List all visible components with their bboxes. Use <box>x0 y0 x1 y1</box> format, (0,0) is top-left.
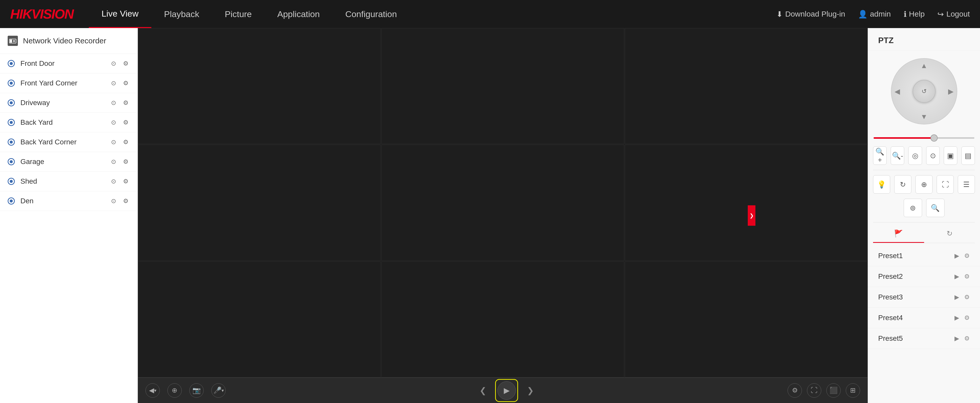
help-link[interactable]: ℹ Help <box>904 10 925 19</box>
camera-item-den[interactable]: Den ⊙ ⚙ <box>0 191 138 211</box>
preset-play-icon[interactable]: ▶ <box>955 294 959 301</box>
volume-button[interactable]: ◀ ▾ <box>145 383 160 398</box>
ptz-zoom-slider[interactable] <box>873 137 974 139</box>
nav-configuration[interactable]: Configuration <box>332 0 410 28</box>
camera-item-garage[interactable]: Garage ⊙ ⚙ <box>0 152 138 172</box>
ptz-joystick[interactable]: ▲ ▼ ◀ ▶ ↺ <box>891 58 957 124</box>
grid-button[interactable]: ⊞ <box>846 383 860 398</box>
camera-view-icon[interactable]: ⊙ <box>110 177 118 186</box>
snapshot-icon: 📷 <box>192 386 200 394</box>
ptz-down-arrow[interactable]: ▼ <box>921 113 928 121</box>
video-cell-7[interactable] <box>138 262 381 378</box>
preset-settings-icon[interactable]: ⚙ <box>964 314 970 321</box>
camera-view-icon[interactable]: ⊙ <box>110 59 118 68</box>
video-cell-5[interactable] <box>381 144 624 261</box>
next-button[interactable]: ❯ <box>523 383 538 398</box>
snapshot-button[interactable]: 📷 <box>189 383 204 398</box>
camera-settings-icon[interactable]: ⚙ <box>122 138 130 146</box>
scan-button[interactable]: ⊚ <box>904 199 922 217</box>
zoom-in-button[interactable]: 🔍+ <box>873 146 886 165</box>
zoom-out-button[interactable]: 🔍- <box>891 146 904 165</box>
user-admin[interactable]: 👤 admin <box>858 10 891 19</box>
ptz-left-arrow[interactable]: ◀ <box>894 87 900 96</box>
camera-action-icons: ⊙ ⚙ <box>110 118 130 127</box>
camera-item-shed[interactable]: Shed ⊙ ⚙ <box>0 172 138 191</box>
preset-settings-icon[interactable]: ⚙ <box>964 273 970 280</box>
preset-settings-icon[interactable]: ⚙ <box>964 252 970 259</box>
microphone-button[interactable]: 🎤 ▾ <box>211 383 226 398</box>
video-cell-1[interactable] <box>138 28 381 144</box>
camera-view-icon[interactable]: ⊙ <box>110 197 118 205</box>
camera-settings-icon[interactable]: ⚙ <box>122 158 130 166</box>
preset-play-icon[interactable]: ▶ <box>955 273 959 280</box>
menu-button[interactable]: ☰ <box>958 175 975 194</box>
camera-item-back-yard-corner[interactable]: Back Yard Corner ⊙ ⚙ <box>0 132 138 152</box>
preset-item-4[interactable]: Preset4 ▶ ⚙ <box>868 308 980 328</box>
preset-name: Preset4 <box>878 314 955 322</box>
tab-preset[interactable]: 🚩 <box>873 225 924 243</box>
iris-close-button[interactable]: ⊙ <box>926 146 940 165</box>
preset-item-2[interactable]: Preset2 ▶ ⚙ <box>868 266 980 287</box>
target-button[interactable]: ⊕ <box>915 175 932 194</box>
ptz-controls-row-3: ⊚ 🔍 <box>868 196 980 220</box>
camera-view-icon[interactable]: ⊙ <box>110 138 118 146</box>
preset-settings-icon[interactable]: ⚙ <box>964 335 970 342</box>
nav-picture[interactable]: Picture <box>212 0 265 28</box>
zoom-fit-button[interactable]: 🔍 <box>926 199 945 217</box>
camera-item-front-yard-corner[interactable]: Front Yard Corner ⊙ ⚙ <box>0 73 138 93</box>
play-button[interactable]: ▶ <box>497 381 516 400</box>
preset-item-5[interactable]: Preset5 ▶ ⚙ <box>868 328 980 349</box>
slider-thumb[interactable] <box>931 135 938 141</box>
rotate-button[interactable]: ↻ <box>894 175 912 194</box>
ptz-controls-row-1: 🔍+ 🔍- ◎ ⊙ ▣ ▤ <box>868 144 980 167</box>
preset-item-3[interactable]: Preset3 ▶ ⚙ <box>868 287 980 308</box>
tab-patrol[interactable]: ↻ <box>924 225 975 243</box>
camera-settings-icon[interactable]: ⚙ <box>122 177 130 186</box>
nav-live-view[interactable]: Live View <box>89 0 151 28</box>
logout-link[interactable]: ↪ Logout <box>937 10 970 19</box>
preset-item-1[interactable]: Preset1 ▶ ⚙ <box>868 246 980 266</box>
nav-application[interactable]: Application <box>265 0 332 28</box>
preset-action-icons: ▶ ⚙ <box>955 335 970 342</box>
video-cell-3[interactable] <box>625 28 868 144</box>
camera-settings-icon[interactable]: ⚙ <box>122 197 130 205</box>
camera-view-icon[interactable]: ⊙ <box>110 118 118 127</box>
iris-open-button[interactable]: ◎ <box>908 146 922 165</box>
ptz-center-button[interactable]: ↺ <box>913 80 935 103</box>
zoom-button[interactable]: ⊕ <box>167 383 182 398</box>
camera-settings-icon[interactable]: ⚙ <box>122 79 130 87</box>
camera-item-back-yard[interactable]: Back Yard ⊙ ⚙ <box>0 113 138 132</box>
panel-toggle[interactable]: ❯ <box>748 205 756 226</box>
ptz-up-arrow[interactable]: ▲ <box>921 62 928 70</box>
expand-button[interactable]: ⛶ <box>937 175 954 194</box>
preset-settings-icon[interactable]: ⚙ <box>964 294 970 301</box>
nav-playback[interactable]: Playback <box>151 0 212 28</box>
focus-near-button[interactable]: ▣ <box>944 146 957 165</box>
fullscreen-icon: ⛶ <box>811 386 818 394</box>
camera-settings-icon[interactable]: ⚙ <box>122 118 130 127</box>
camera-item-driveway[interactable]: Driveway ⊙ ⚙ <box>0 93 138 113</box>
focus-far-button[interactable]: ▤ <box>961 146 975 165</box>
prev-button[interactable]: ❮ <box>476 383 490 398</box>
camera-view-icon[interactable]: ⊙ <box>110 158 118 166</box>
camera-item-front-door[interactable]: Front Door ⊙ ⚙ <box>0 54 138 73</box>
light-button[interactable]: 💡 <box>873 175 890 194</box>
download-plugin[interactable]: ⬇ Download Plug-in <box>776 10 845 19</box>
video-cell-6[interactable] <box>625 144 868 261</box>
preset-list: Preset1 ▶ ⚙ Preset2 ▶ ⚙ Preset3 ▶ ⚙ <box>868 243 980 351</box>
video-cell-9[interactable] <box>625 262 868 378</box>
video-cell-2[interactable] <box>381 28 624 144</box>
video-cell-4[interactable] <box>138 144 381 261</box>
camera-settings-icon[interactable]: ⚙ <box>122 59 130 68</box>
camera-view-icon[interactable]: ⊙ <box>110 79 118 87</box>
preset-play-icon[interactable]: ▶ <box>955 335 959 342</box>
preset-play-icon[interactable]: ▶ <box>955 314 959 321</box>
ptz-right-arrow[interactable]: ▶ <box>948 87 954 96</box>
preset-play-icon[interactable]: ▶ <box>955 252 959 259</box>
camera-settings-icon[interactable]: ⚙ <box>122 99 130 107</box>
video-cell-8[interactable] <box>381 262 624 378</box>
fullscreen-button[interactable]: ⛶ <box>807 383 821 398</box>
record-button[interactable]: ⬛ <box>826 383 841 398</box>
camera-view-icon[interactable]: ⊙ <box>110 99 118 107</box>
layout-button[interactable]: ⚙ <box>788 383 802 398</box>
